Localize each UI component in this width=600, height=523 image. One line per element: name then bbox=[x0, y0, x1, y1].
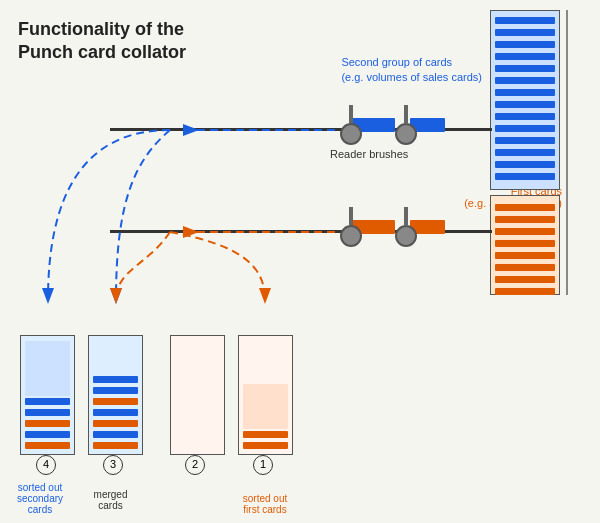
blue-stripe bbox=[93, 409, 138, 416]
blue-stripe bbox=[495, 65, 555, 72]
blue-stripe bbox=[495, 125, 555, 132]
blue-stripe bbox=[495, 41, 555, 48]
guide-rail-2 bbox=[566, 195, 568, 295]
bin-3-label: merged cards bbox=[83, 489, 138, 511]
bin-1-content bbox=[243, 384, 288, 454]
blue-stripe bbox=[495, 173, 555, 180]
blue-stripe bbox=[495, 89, 555, 96]
blue-stripe bbox=[495, 53, 555, 60]
orange-stripe bbox=[93, 398, 138, 405]
blue-stripe bbox=[495, 149, 555, 156]
blue-stripe bbox=[495, 29, 555, 36]
orange-stripe bbox=[93, 420, 138, 427]
blue-stripe bbox=[495, 137, 555, 144]
brush-top-2 bbox=[395, 105, 417, 145]
brush-bottom-2 bbox=[395, 207, 417, 247]
reader-brushes-label: Reader brushes bbox=[330, 148, 408, 160]
blue-stripe bbox=[25, 409, 70, 416]
blue-stripe bbox=[25, 431, 70, 438]
blue-stripe bbox=[25, 398, 70, 405]
bin-3-number: 3 bbox=[103, 455, 123, 475]
orange-stripe bbox=[495, 240, 555, 247]
blue-stripe bbox=[495, 101, 555, 108]
brush-handle bbox=[349, 207, 353, 225]
bin-2 bbox=[170, 335, 225, 455]
second-group-label: Second group of cards (e.g. volumes of s… bbox=[341, 55, 482, 86]
orange-stripe bbox=[495, 264, 555, 271]
bin-4-number: 4 bbox=[36, 455, 56, 475]
bin-4-content bbox=[25, 341, 70, 454]
orange-stripe bbox=[243, 431, 288, 438]
bin-1 bbox=[238, 335, 293, 455]
blue-stripe bbox=[495, 113, 555, 120]
bin-1-number: 1 bbox=[253, 455, 273, 475]
orange-stripe bbox=[495, 228, 555, 235]
orange-stripe bbox=[495, 276, 555, 283]
bin-4 bbox=[20, 335, 75, 455]
brush-top-1 bbox=[340, 105, 362, 145]
first-cards-stack bbox=[490, 195, 560, 295]
brush-head bbox=[340, 123, 362, 145]
brush-head bbox=[395, 225, 417, 247]
second-group-stack bbox=[490, 10, 560, 190]
blue-stripe bbox=[495, 161, 555, 168]
brush-handle bbox=[404, 105, 408, 123]
blue-fill bbox=[25, 341, 70, 396]
bin-3 bbox=[88, 335, 143, 455]
brush-head bbox=[340, 225, 362, 247]
brush-bottom-1 bbox=[340, 207, 362, 247]
guide-rail bbox=[566, 10, 568, 195]
blue-stripe bbox=[93, 387, 138, 394]
orange-stripe bbox=[243, 442, 288, 449]
orange-stripe bbox=[495, 216, 555, 223]
orange-stripe bbox=[93, 442, 138, 449]
orange-fill bbox=[243, 384, 288, 429]
bin-3-content bbox=[93, 376, 138, 454]
blue-stripe bbox=[495, 77, 555, 84]
bin-2-number: 2 bbox=[185, 455, 205, 475]
orange-stripe bbox=[495, 252, 555, 259]
page-title: Functionality of the Punch card collator bbox=[18, 18, 186, 65]
orange-stripe bbox=[25, 420, 70, 427]
orange-stripe bbox=[495, 288, 555, 295]
blue-stripe bbox=[495, 17, 555, 24]
brush-handle bbox=[349, 105, 353, 123]
blue-stripe bbox=[93, 431, 138, 438]
orange-stripe bbox=[495, 204, 555, 211]
bin-4-label: sorted out secondary cards bbox=[5, 482, 75, 515]
blue-stripe bbox=[93, 376, 138, 383]
bin-1-label: sorted out first cards bbox=[230, 493, 300, 515]
orange-stripe bbox=[25, 442, 70, 449]
brush-handle bbox=[404, 207, 408, 225]
brush-head bbox=[395, 123, 417, 145]
